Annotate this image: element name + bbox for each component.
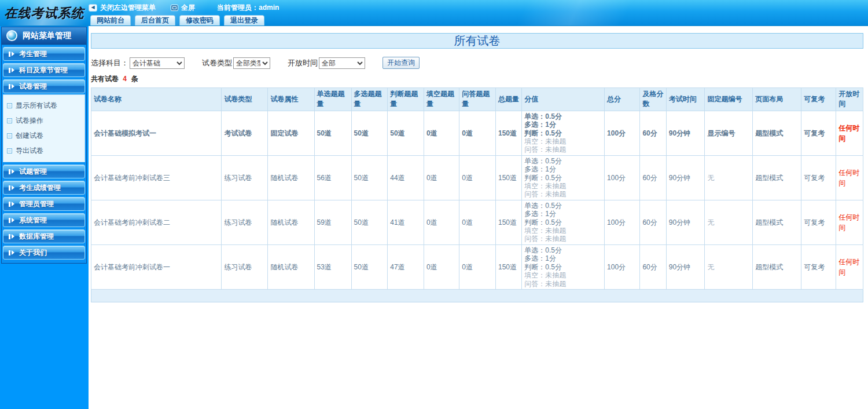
sidebar-item-about-us[interactable]: 关于我们 <box>3 246 85 260</box>
cell-layout: 题型模式 <box>753 200 801 244</box>
sidebar-item-paper-management[interactable]: 试卷管理 <box>3 79 85 93</box>
cell-blank-count: 0道 <box>424 200 459 244</box>
tab-admin-home[interactable]: 后台首页 <box>135 15 175 25</box>
cell-qa-count: 0道 <box>459 244 496 289</box>
column-header-score-values: 分值 <box>522 88 605 111</box>
open-time-select[interactable]: 全部 <box>319 57 365 69</box>
cell-blank-count: 0道 <box>424 244 459 289</box>
cell-attr: 随机试卷 <box>268 200 314 244</box>
cell-judge-count: 47道 <box>388 244 424 289</box>
tab-site-front[interactable]: 网站前台 <box>90 15 131 25</box>
submenu-item-label: 导出试卷 <box>16 146 43 156</box>
column-header-type: 试卷类型 <box>222 88 268 111</box>
cell-duration: 90分钟 <box>666 244 705 289</box>
cell-duration: 90分钟 <box>666 111 705 155</box>
cell-total-count: 150道 <box>495 155 521 200</box>
cell-qa-count: 0道 <box>459 111 496 155</box>
sidebar-menu-list: 考生管理科目及章节管理试卷管理显示所有试卷试卷操作创建试卷导出试卷试题管理考生成… <box>2 45 86 260</box>
paper-type-select[interactable]: 全部类型 <box>233 57 270 69</box>
play-bar-icon <box>9 68 14 73</box>
sidebar-item-database-management[interactable]: 数据库管理 <box>3 229 85 243</box>
cell-single-count: 59道 <box>314 200 351 244</box>
cell-blank-count: 0道 <box>424 111 459 155</box>
sidebar-item-label: 管理员管理 <box>19 199 54 209</box>
cell-judge-count: 44道 <box>388 155 424 200</box>
count-suffix: 条 <box>131 75 138 83</box>
cell-layout: 题型模式 <box>753 111 801 155</box>
submenu-item-label: 试卷操作 <box>16 116 43 126</box>
play-bar-icon <box>9 202 14 207</box>
top-links: ◀ 关闭左边管理菜单 全屏 当前管理员：admin <box>89 3 210 12</box>
sidebar-item-admin-management[interactable]: 管理员管理 <box>3 197 85 211</box>
query-button[interactable]: 开始查询 <box>382 57 420 69</box>
cell-duration: 90分钟 <box>666 155 705 200</box>
play-bar-icon <box>9 84 14 89</box>
submenu-item-paper-operations[interactable]: 试卷操作 <box>7 113 84 128</box>
sidebar-item-question-management[interactable]: 试题管理 <box>3 165 85 178</box>
column-header-duration: 考试时间 <box>666 88 705 111</box>
column-header-retake: 可复考 <box>801 88 836 111</box>
cell-type: 练习试卷 <box>222 155 268 200</box>
submenu-item-export-paper[interactable]: 导出试卷 <box>7 143 84 158</box>
cell-open-time: 任何时间 <box>836 244 863 289</box>
square-bullet-icon <box>7 103 12 108</box>
cell-qa-count: 0道 <box>459 200 496 244</box>
column-header-layout: 页面布局 <box>753 88 801 111</box>
column-header-blank-count: 填空题题量 <box>424 88 459 111</box>
cell-open-time: 任何时间 <box>836 200 863 244</box>
column-header-total-score: 总分 <box>605 88 640 111</box>
submenu-item-show-all-papers[interactable]: 显示所有试卷 <box>7 98 84 113</box>
fullscreen-button[interactable]: 全屏 <box>171 3 195 13</box>
cell-single-count: 50道 <box>314 111 351 155</box>
sidebar-item-examinee-management[interactable]: 考生管理 <box>3 47 85 61</box>
column-header-open-time: 开放时间 <box>836 88 863 111</box>
sidebar-item-system-management[interactable]: 系统管理 <box>3 213 85 227</box>
table-row: 会计基础考前冲刺试卷二练习试卷随机试卷59道50道41道0道0道150道单选：0… <box>91 200 863 244</box>
tab-change-password[interactable]: 修改密码 <box>179 15 220 25</box>
sidebar-item-label: 关于我们 <box>19 248 47 258</box>
sidebar-item-label: 考生管理 <box>19 49 47 59</box>
cell-name: 会计基础考前冲刺试卷三 <box>91 155 222 200</box>
cell-layout: 题型模式 <box>753 155 801 200</box>
column-header-single-count: 单选题题量 <box>314 88 351 111</box>
cell-fixed-number: 无 <box>705 200 753 244</box>
sidebar-item-label: 试题管理 <box>19 167 47 177</box>
cell-multi-count: 50道 <box>351 244 388 289</box>
top-banner: 在线考试系统 ◀ 关闭左边管理菜单 全屏 当前管理员：admin 网站前台后台首… <box>0 0 868 26</box>
current-admin-label: 当前管理员：admin <box>217 3 279 13</box>
cell-fixed-number: 无 <box>705 244 753 289</box>
play-bar-icon <box>9 218 14 223</box>
tab-logout[interactable]: 退出登录 <box>224 15 264 25</box>
column-header-name: 试卷名称 <box>91 88 222 111</box>
cell-single-count: 56道 <box>314 155 351 200</box>
play-bar-icon <box>9 250 14 255</box>
sidebar-item-label: 系统管理 <box>19 216 47 225</box>
cell-total-count: 150道 <box>495 200 521 244</box>
cell-type: 练习试卷 <box>222 244 268 289</box>
subject-select[interactable]: 会计基础 <box>130 57 185 69</box>
cell-score-values: 单选：0.5分多选：1分判断：0.5分填空：未抽题问答：未抽题 <box>522 200 605 244</box>
fullscreen-label: 全屏 <box>181 3 195 13</box>
main-content: 所有试卷 选择科目： 会计基础 试卷类型 全部类型 开放时间 全部 开始查询 共… <box>89 26 868 409</box>
cell-duration: 90分钟 <box>666 200 705 244</box>
column-header-qa-count: 问答题题量 <box>459 88 496 111</box>
cell-score-values: 单选：0.5分多选：1分判断：0.5分填空：未抽题问答：未抽题 <box>522 155 605 200</box>
top-tabs: 网站前台后台首页修改密码退出登录 <box>90 15 269 25</box>
submenu-item-create-paper[interactable]: 创建试卷 <box>7 128 84 143</box>
column-header-pass-score: 及格分数 <box>640 88 666 111</box>
column-header-total-count: 总题量 <box>495 88 521 111</box>
cell-total-score: 100分 <box>605 244 640 289</box>
cell-multi-count: 50道 <box>351 111 388 155</box>
cell-fixed-number: 显示编号 <box>705 111 753 155</box>
square-bullet-icon <box>7 118 12 123</box>
cell-name: 会计基础考前冲刺试卷一 <box>91 244 222 289</box>
count-number: 4 <box>123 75 127 83</box>
collapse-left-menu-button[interactable]: ◀ 关闭左边管理菜单 <box>89 3 156 13</box>
sidebar-item-label: 科目及章节管理 <box>19 65 68 75</box>
sidebar-item-score-management[interactable]: 考生成绩管理 <box>3 181 85 195</box>
sidebar-item-label: 考生成绩管理 <box>19 183 61 193</box>
cell-single-count: 53道 <box>314 244 351 289</box>
cell-attr: 随机试卷 <box>268 244 314 289</box>
column-header-fixed-number: 固定题编号 <box>705 88 753 111</box>
sidebar-item-subject-chapter-management[interactable]: 科目及章节管理 <box>3 63 85 77</box>
